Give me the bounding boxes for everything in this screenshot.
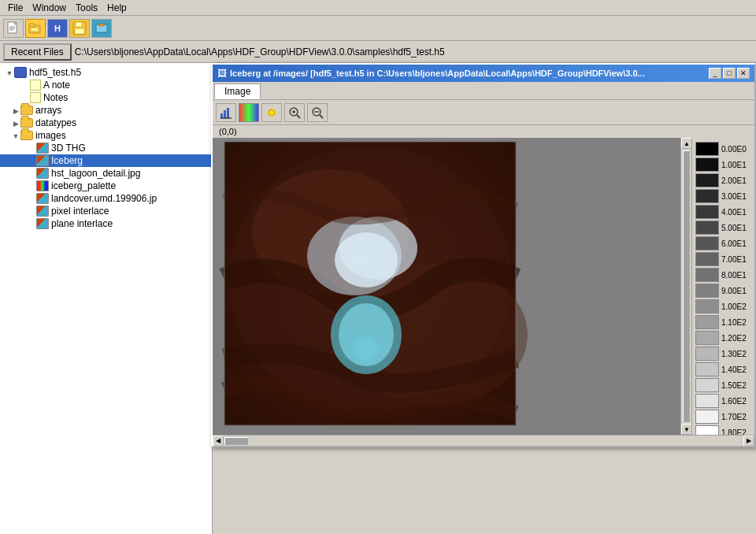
tree-item-plane[interactable]: plane interlace: [0, 217, 212, 230]
tree-item-notes[interactable]: Notes: [0, 91, 212, 104]
menu-help[interactable]: Help: [102, 2, 132, 14]
tree-panel[interactable]: hdf5_test.h5 A note Notes arrays: [0, 63, 213, 534]
colormap-label: 1.20E2: [721, 334, 747, 343]
new-button[interactable]: [3, 19, 24, 38]
recent-files-button[interactable]: Recent Files: [3, 43, 72, 61]
image-vscrollbar[interactable]: ▲ ▼: [680, 138, 691, 435]
colormap-swatch: [695, 158, 719, 172]
colormap-label: 4.00E1: [721, 208, 747, 217]
tree-label-landcover: landcover.umd.199906.jp: [51, 193, 157, 204]
tree-label-palette: iceberg_palette: [51, 180, 116, 191]
tree-toggle-datatypes[interactable]: [11, 119, 20, 128]
colormap-label: 1.40E2: [721, 365, 747, 374]
colormap-label: 1.70E2: [721, 413, 747, 421]
tree-label-root: hdf5_test.h5: [29, 67, 81, 78]
tree-toggle-images[interactable]: [11, 132, 20, 140]
svg-rect-7: [31, 28, 39, 32]
colormap-entry: 0.00E0: [695, 141, 751, 157]
hscroll-thumb[interactable]: [224, 437, 248, 445]
colormap-entry: 1.80E2: [695, 425, 751, 435]
tree-label-iceberg: Iceberg: [51, 155, 83, 166]
colormap-label: 1.80E2: [721, 428, 747, 436]
minimize-button[interactable]: _: [709, 68, 721, 79]
colormap-label: 1.00E1: [721, 161, 747, 169]
colormap-label: 0.00E0: [721, 145, 747, 154]
note-icon-2: [30, 92, 41, 103]
hscroll-track[interactable]: [224, 436, 743, 446]
svg-rect-15: [227, 108, 229, 118]
colormap-label: 8.00E1: [721, 271, 747, 280]
colormap-swatch: [695, 299, 719, 313]
brightness-button[interactable]: [261, 103, 282, 122]
note-icon-1: [30, 80, 41, 91]
svg-line-25: [267, 116, 269, 117]
tree-item-hst[interactable]: hst_lagoon_detail.jpg: [0, 167, 212, 180]
window-titlebar[interactable]: 🖼 Iceberg at /images/ [hdf5_test.h5 in C…: [213, 65, 754, 82]
recent-files-bar: Recent Files C:\Users\bljones\AppData\Lo…: [0, 41, 756, 63]
img-icon-landcover: [36, 193, 49, 204]
colormap-entry: 1.60E2: [695, 393, 751, 409]
zoom-in-button[interactable]: [284, 103, 305, 122]
tree-label-arrays: arrays: [35, 105, 61, 116]
tree-item-landcover[interactable]: landcover.umd.199906.jp: [0, 192, 212, 205]
tree-item-anote[interactable]: A note: [0, 79, 212, 91]
colormap-swatch: [695, 378, 719, 392]
export-button[interactable]: [91, 19, 112, 38]
scroll-thumb[interactable]: [683, 150, 690, 422]
tree-item-root[interactable]: hdf5_test.h5: [0, 66, 212, 79]
colormap-swatch: [695, 236, 719, 250]
tree-item-pixel[interactable]: pixel interlace: [0, 205, 212, 217]
menu-window[interactable]: Window: [28, 2, 71, 14]
open-button[interactable]: [25, 19, 46, 38]
svg-line-22: [267, 108, 269, 109]
colormap-swatch: [695, 284, 719, 298]
palette-button[interactable]: [239, 103, 259, 122]
image-coords: (0,0): [213, 125, 754, 138]
menu-tools[interactable]: Tools: [71, 2, 102, 14]
tree-label-datatypes: datatypes: [35, 117, 76, 128]
zoom-out-button[interactable]: [307, 103, 328, 122]
colormap-legend: 0.00E01.00E12.00E13.00E14.00E15.00E16.00…: [691, 138, 754, 435]
tree-item-3dthg[interactable]: 3D THG: [0, 142, 212, 154]
colormap-swatch: [695, 425, 719, 435]
menubar: File Window Tools Help: [0, 0, 756, 16]
hdf-button[interactable]: H: [47, 19, 68, 38]
img-icon-plane: [36, 218, 49, 229]
colormap-swatch: [695, 205, 719, 219]
colormap-entry: 7.00E1: [695, 251, 751, 267]
colormap-entry: 1.50E2: [695, 377, 751, 393]
image-hscrollbar[interactable]: ◀ ▶: [213, 435, 754, 446]
tree-item-images[interactable]: images: [0, 129, 212, 142]
tab-image[interactable]: Image: [214, 83, 261, 99]
tab-bar: Image: [213, 82, 754, 100]
colormap-entry: 1.20E2: [695, 330, 751, 346]
menu-file[interactable]: File: [3, 2, 28, 14]
colormap-label: 5.00E1: [721, 224, 747, 232]
scroll-right-button[interactable]: ▶: [743, 436, 754, 447]
satellite-image: [213, 138, 691, 435]
tree-item-iceberg[interactable]: Iceberg: [0, 154, 212, 167]
tree-label-plane: plane interlace: [51, 218, 113, 229]
svg-rect-13: [220, 113, 223, 118]
scroll-down-button[interactable]: ▼: [681, 424, 691, 435]
svg-rect-9: [76, 22, 82, 27]
colormap-label: 2.00E1: [721, 176, 747, 185]
tree-item-palette[interactable]: iceberg_palette: [0, 180, 212, 192]
colormap-entry: 1.30E2: [695, 346, 751, 362]
scroll-left-button[interactable]: ◀: [213, 436, 224, 447]
image-area[interactable]: ▲ ▼: [213, 138, 691, 435]
maximize-button[interactable]: □: [723, 68, 736, 79]
tree-item-arrays[interactable]: arrays: [0, 104, 212, 117]
scroll-up-button[interactable]: ▲: [681, 138, 691, 149]
tree-item-datatypes[interactable]: datatypes: [0, 117, 212, 129]
save-button[interactable]: [69, 19, 90, 38]
histogram-button[interactable]: [216, 103, 236, 122]
toolbar: H: [0, 16, 756, 41]
close-button[interactable]: ✕: [737, 68, 750, 79]
tree-toggle-root[interactable]: [5, 69, 14, 77]
main-area: hdf5_test.h5 A note Notes arrays: [0, 63, 756, 534]
svg-point-43: [339, 303, 394, 366]
colormap-swatch: [695, 394, 719, 408]
tree-toggle-arrays[interactable]: [11, 106, 20, 115]
colormap-swatch: [695, 347, 719, 361]
